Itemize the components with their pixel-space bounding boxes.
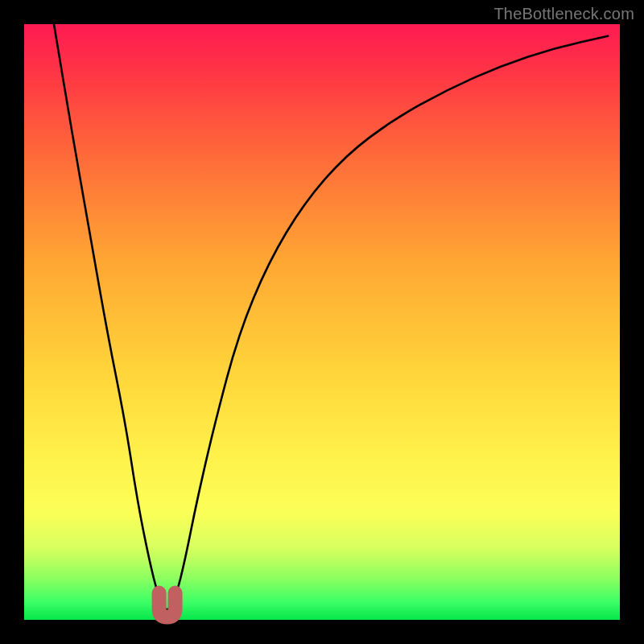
chart-svg xyxy=(24,24,620,620)
optimum-marker xyxy=(159,593,175,617)
watermark-text: TheBottleneck.com xyxy=(493,5,634,23)
chart-frame: TheBottleneck.com xyxy=(0,0,644,644)
plot-area xyxy=(24,24,620,620)
bottleneck-curve xyxy=(54,24,608,609)
